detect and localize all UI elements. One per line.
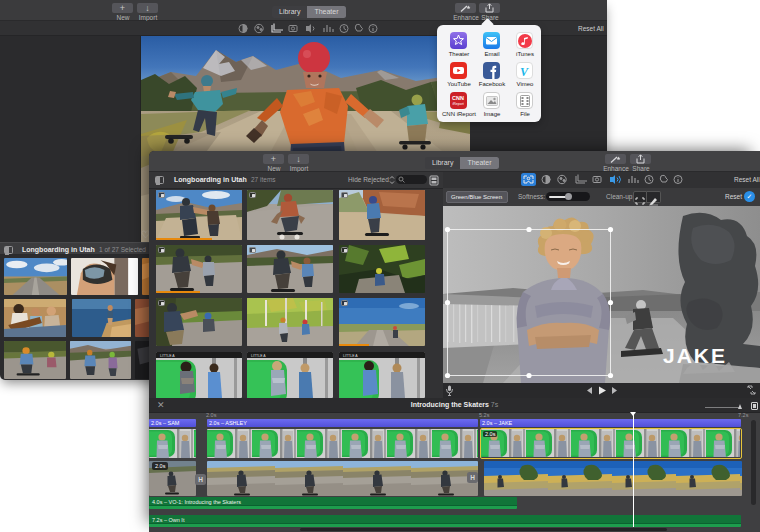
svg-text:LITTLE A: LITTLE A bbox=[251, 354, 266, 358]
svg-text:CNN: CNN bbox=[452, 95, 464, 101]
svg-text:Reset All: Reset All bbox=[734, 176, 760, 183]
svg-text:LITTLE A: LITTLE A bbox=[160, 354, 175, 358]
svg-text:JAKE: JAKE bbox=[663, 344, 727, 367]
svg-text:LITTLE A: LITTLE A bbox=[343, 354, 358, 358]
svg-text:iReport: iReport bbox=[453, 102, 464, 106]
svg-text:V: V bbox=[520, 65, 529, 79]
